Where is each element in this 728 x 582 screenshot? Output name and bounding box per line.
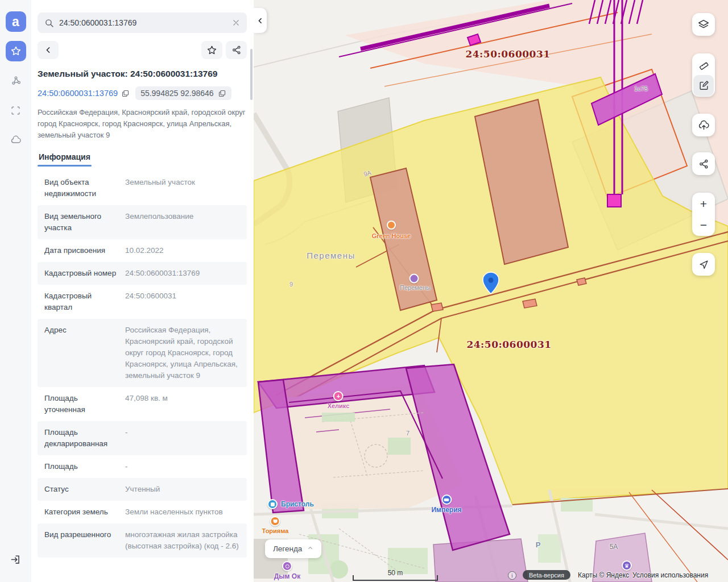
row-value: - bbox=[125, 427, 240, 450]
row-label: Площадь bbox=[44, 461, 117, 472]
panel-toolbar bbox=[38, 41, 247, 59]
chips-row: 24:50:0600031:13769 55.994825 92.98646 bbox=[38, 86, 247, 100]
row-label: Вид разрешенного bbox=[44, 529, 117, 552]
tabs-bar: Информация bbox=[38, 149, 247, 167]
sign-in-icon[interactable] bbox=[6, 549, 26, 569]
copy-icon[interactable] bbox=[218, 89, 226, 98]
row-label: Площадь уточненная bbox=[44, 393, 117, 415]
row-value: Учтенный bbox=[125, 484, 240, 495]
clear-search-icon[interactable] bbox=[232, 19, 240, 27]
row-value: Земельный участок bbox=[125, 177, 240, 199]
terms-of-use-link[interactable]: Условия использования bbox=[632, 571, 708, 579]
map-share-button[interactable] bbox=[692, 152, 715, 175]
poi-name: Империя bbox=[431, 506, 461, 514]
shop-bag-icon bbox=[267, 499, 278, 509]
table-row: Вид объекта недвижимостиЗемельный участо… bbox=[38, 171, 247, 205]
legend-label: Легенда bbox=[273, 544, 302, 553]
map-scale-bar: 50 m bbox=[353, 569, 438, 581]
table-row: Дата присвоения10.02.2022 bbox=[38, 239, 247, 262]
legend-button[interactable]: Легенда bbox=[265, 539, 321, 558]
row-value: Российская Федерация, Красноярский край,… bbox=[125, 325, 240, 381]
table-row: Площадь декларированная- bbox=[38, 421, 247, 455]
row-label: Кадастровый номер bbox=[44, 268, 117, 279]
row-value: Земли населенных пунктов bbox=[125, 506, 240, 518]
row-value: 24:50:0600031 bbox=[125, 290, 240, 313]
poi-imperiya[interactable]: Империя bbox=[431, 494, 461, 514]
select-area-icon[interactable] bbox=[6, 100, 26, 120]
poi-name: Бристоль bbox=[281, 500, 314, 508]
search-bar[interactable] bbox=[38, 13, 247, 33]
info-table: Вид объекта недвижимостиЗемельный участо… bbox=[38, 171, 247, 558]
row-value: - bbox=[125, 461, 240, 472]
chevron-up-icon bbox=[307, 545, 313, 552]
edit-button[interactable] bbox=[693, 75, 714, 96]
peremeny-poi-icon[interactable] bbox=[410, 274, 419, 284]
poi-name: Торияма bbox=[262, 527, 289, 534]
row-label: Вид объекта недвижимости bbox=[44, 177, 117, 199]
favorites-star-icon[interactable] bbox=[6, 41, 26, 61]
parcel-address: Российская Федерация, Красноярский край,… bbox=[38, 107, 247, 141]
table-row: Площадь- bbox=[38, 455, 247, 478]
row-value: Землепользование bbox=[125, 211, 240, 234]
row-value: 10.02.2022 bbox=[125, 245, 240, 256]
search-input[interactable] bbox=[59, 18, 227, 27]
zoom-out-button[interactable]: − bbox=[693, 214, 714, 235]
poi-toriyama[interactable]: Торияма bbox=[262, 516, 289, 534]
cloud-icon[interactable] bbox=[6, 130, 26, 150]
poi-bristol[interactable]: Бристоль bbox=[267, 499, 314, 509]
row-label: Статус bbox=[44, 484, 117, 495]
poi-dym-ok[interactable]: Дым Ок bbox=[274, 561, 300, 580]
cafe-cup-icon bbox=[270, 516, 280, 526]
medical-cross-icon: + bbox=[333, 391, 344, 401]
beta-badge: Beta-версия bbox=[523, 570, 570, 580]
map-base-layer bbox=[254, 0, 728, 582]
cloud-upload-button[interactable] bbox=[692, 114, 715, 136]
coordinates-chip[interactable]: 55.994825 92.98646 bbox=[135, 86, 231, 100]
locate-button[interactable] bbox=[692, 253, 715, 276]
row-value: 24:50:0600031:13769 bbox=[125, 268, 240, 279]
collapse-panel-button[interactable] bbox=[254, 8, 267, 33]
row-label: Категория земель bbox=[44, 506, 117, 518]
table-row: СтатусУчтенный bbox=[38, 478, 247, 501]
map-copyright[interactable]: Карты © Яндекс bbox=[578, 571, 629, 579]
row-label: Площадь декларированная bbox=[44, 427, 117, 450]
parcel-info-panel: Земельный участок: 24:50:0600031:13769 2… bbox=[31, 0, 254, 582]
crown-poi-icon[interactable]: ♛ bbox=[622, 560, 632, 571]
green-house-poi-icon[interactable] bbox=[387, 221, 396, 230]
page-title: Земельный участок: 24:50:0600031:13769 bbox=[38, 69, 247, 79]
favorite-star-button[interactable] bbox=[201, 41, 222, 59]
copy-icon[interactable] bbox=[121, 89, 130, 98]
zoom-in-button[interactable]: + bbox=[693, 193, 714, 214]
row-label: Вид земельного участка bbox=[44, 211, 117, 234]
table-row: Кадастровый квартал24:50:0600031 bbox=[38, 285, 247, 319]
table-row: Площадь уточненная47,098 кв. м bbox=[38, 387, 247, 421]
polygon-tool-icon[interactable] bbox=[6, 70, 26, 91]
info-icon[interactable]: i bbox=[508, 571, 516, 580]
map-canvas[interactable]: 24:50:0600031 24:50:0600031 Перемены Gre… bbox=[254, 0, 728, 582]
app-logo[interactable]: a bbox=[6, 11, 26, 32]
ruler-button[interactable] bbox=[693, 54, 714, 75]
panel-scrollbar[interactable] bbox=[250, 49, 253, 100]
coordinates-text: 55.994825 92.98646 bbox=[140, 89, 213, 98]
row-value: 47,098 кв. м bbox=[125, 393, 240, 415]
layers-button[interactable] bbox=[692, 13, 715, 36]
row-label: Адрес bbox=[44, 325, 117, 381]
poi-heliks[interactable]: + Хеликс bbox=[328, 391, 350, 409]
car-icon bbox=[441, 494, 452, 505]
zoom-control: + − bbox=[692, 193, 715, 236]
row-label: Кадастровый квартал bbox=[44, 290, 117, 313]
cadastral-number-text: 24:50:0600031:13769 bbox=[38, 89, 118, 98]
hookah-icon bbox=[282, 561, 292, 571]
poi-name: Хеликс bbox=[328, 402, 350, 409]
cadastral-number-link[interactable]: 24:50:0600031:13769 bbox=[38, 89, 130, 98]
share-button[interactable] bbox=[226, 41, 247, 59]
table-row: Вид разрешенногомногоэтажная жилая застр… bbox=[38, 523, 247, 558]
table-row: Кадастровый номер24:50:0600031:13769 bbox=[38, 262, 247, 285]
row-label: Дата присвоения bbox=[44, 245, 117, 256]
scale-label: 50 m bbox=[353, 569, 438, 577]
row-value: многоэтажная жилая застройка (высотная з… bbox=[125, 529, 240, 552]
tab-information[interactable]: Информация bbox=[38, 149, 92, 167]
search-icon bbox=[44, 18, 54, 28]
back-button[interactable] bbox=[38, 41, 59, 59]
poi-name: Дым Ок bbox=[274, 572, 300, 580]
